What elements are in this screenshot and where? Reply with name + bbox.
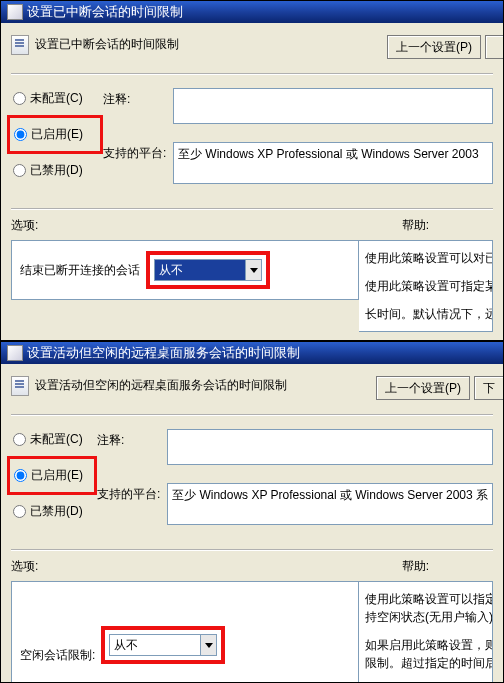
window-disconnected-session-limit: 设置已中断会话的时间限制 设置已中断会话的时间限制 上一个设置(P) 未配置(C… [0, 0, 504, 341]
options-panel: 空闲会话限制: 从不 [11, 581, 359, 683]
radio-not-configured-input[interactable] [13, 92, 26, 105]
help-panel: 使用此策略设置可以对已 使用此策略设置可指定某 长时间。默认情况下，远 [359, 240, 493, 332]
chevron-down-icon[interactable] [245, 260, 261, 280]
divider [11, 208, 493, 209]
idle-limit-combo[interactable]: 从不 [109, 634, 217, 656]
platform-textbox: 至少 Windows XP Professional 或 Windows Ser… [173, 142, 493, 184]
window-title: 设置已中断会话的时间限制 [27, 3, 183, 21]
policy-icon [11, 35, 29, 55]
titlebar[interactable]: 设置已中断会话的时间限制 [1, 1, 503, 23]
platform-label: 支持的平台: [97, 483, 167, 503]
idle-limit-label: 空闲会话限制: [20, 647, 95, 664]
highlight-enabled: 已启用(E) [7, 115, 103, 154]
radio-group: 未配置(C) 已启用(E) 已禁用(D) [11, 82, 103, 190]
window-title: 设置活动但空闲的远程桌面服务会话的时间限制 [27, 344, 300, 362]
radio-not-configured[interactable]: 未配置(C) [11, 90, 103, 107]
comment-label: 注释: [97, 429, 167, 449]
platform-textbox: 至少 Windows XP Professional 或 Windows Ser… [167, 483, 493, 525]
app-icon [7, 345, 23, 361]
comment-textbox[interactable] [173, 88, 493, 124]
help-label: 帮助: [402, 217, 493, 234]
previous-setting-button[interactable]: 上一个设置(P) [376, 376, 470, 400]
highlight-combo: 从不 [146, 251, 270, 289]
help-label: 帮助: [402, 558, 493, 575]
radio-enabled-input[interactable] [14, 469, 27, 482]
divider [11, 414, 493, 415]
app-icon [7, 4, 23, 20]
end-disconnected-label: 结束已断开连接的会话 [20, 262, 140, 279]
radio-disabled-input[interactable] [13, 164, 26, 177]
radio-not-configured-input[interactable] [13, 433, 26, 446]
radio-disabled-input[interactable] [13, 505, 26, 518]
window-idle-session-limit: 设置活动但空闲的远程桌面服务会话的时间限制 设置活动但空闲的远程桌面服务会话的时… [0, 341, 504, 683]
titlebar[interactable]: 设置活动但空闲的远程桌面服务会话的时间限制 [1, 342, 503, 364]
help-panel: 使用此策略设置可以指定活 持空闲状态(无用户输入)的最 如果启用此策略设置，则必… [359, 581, 493, 683]
previous-setting-button[interactable]: 上一个设置(P) [387, 35, 481, 59]
policy-icon [11, 376, 29, 396]
radio-group: 未配置(C) 已启用(E) 已禁用(D) [11, 423, 97, 531]
radio-enabled-input[interactable] [14, 128, 27, 141]
chevron-down-icon[interactable] [200, 635, 216, 655]
divider [11, 549, 493, 550]
next-setting-button[interactable]: 下 [474, 376, 503, 400]
radio-enabled[interactable]: 已启用(E) [12, 126, 98, 143]
comment-textbox[interactable] [167, 429, 493, 465]
options-label: 选项: [11, 558, 38, 575]
radio-disabled[interactable]: 已禁用(D) [11, 503, 97, 520]
divider [11, 73, 493, 74]
options-panel: 结束已断开连接的会话 从不 [11, 240, 359, 300]
options-label: 选项: [11, 217, 38, 234]
next-setting-button[interactable] [485, 35, 503, 59]
radio-disabled[interactable]: 已禁用(D) [11, 162, 103, 179]
highlight-enabled: 已启用(E) [7, 456, 97, 495]
radio-not-configured[interactable]: 未配置(C) [11, 431, 97, 448]
comment-label: 注释: [103, 88, 173, 108]
radio-enabled[interactable]: 已启用(E) [12, 467, 92, 484]
end-disconnected-combo[interactable]: 从不 [154, 259, 262, 281]
highlight-combo: 从不 [101, 626, 225, 664]
platform-label: 支持的平台: [103, 142, 173, 162]
